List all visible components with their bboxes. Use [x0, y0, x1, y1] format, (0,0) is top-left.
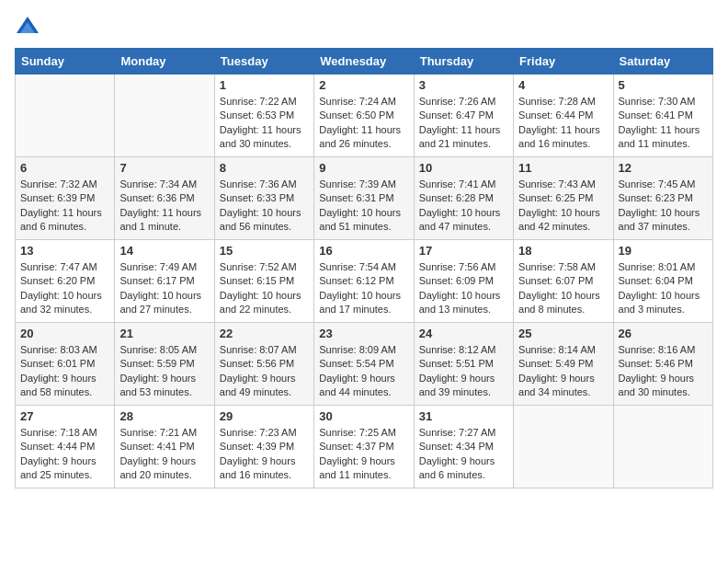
cell-content: Sunrise: 7:24 AM	[319, 95, 408, 109]
calendar-cell: 15Sunrise: 7:52 AMSunset: 6:15 PMDayligh…	[214, 240, 313, 323]
cell-content: Daylight: 9 hours and 20 minutes.	[119, 454, 209, 483]
day-number: 28	[119, 409, 209, 423]
calendar-cell: 16Sunrise: 7:54 AMSunset: 6:12 PMDayligh…	[314, 240, 414, 323]
day-number: 1	[220, 78, 309, 92]
calendar-cell: 24Sunrise: 8:12 AMSunset: 5:51 PMDayligh…	[414, 323, 513, 406]
calendar-cell: 23Sunrise: 8:09 AMSunset: 5:54 PMDayligh…	[314, 323, 414, 406]
calendar-cell: 11Sunrise: 7:43 AMSunset: 6:25 PMDayligh…	[514, 157, 613, 240]
cell-content: Sunrise: 7:45 AM	[619, 178, 708, 191]
calendar-table: SundayMondayTuesdayWednesdayThursdayFrid…	[15, 48, 713, 488]
cell-content: Sunrise: 7:18 AM	[20, 426, 109, 440]
cell-content: Sunset: 4:37 PM	[319, 440, 408, 454]
cell-content: Daylight: 10 hours and 17 minutes.	[319, 289, 408, 317]
calendar-cell: 7Sunrise: 7:34 AMSunset: 6:36 PMDaylight…	[115, 157, 214, 240]
cell-content: Sunrise: 7:52 AM	[220, 260, 309, 274]
cell-content: Daylight: 10 hours and 47 minutes.	[419, 206, 508, 235]
cell-content: Sunrise: 7:47 AM	[20, 260, 109, 274]
cell-content: Daylight: 9 hours and 34 minutes.	[518, 372, 608, 400]
cell-content: Sunrise: 8:07 AM	[220, 343, 309, 357]
week-row-1: 1Sunrise: 7:22 AMSunset: 6:53 PMDaylight…	[16, 75, 713, 157]
cell-content: Sunset: 6:33 PM	[220, 191, 309, 205]
day-number: 17	[419, 244, 508, 258]
cell-content: Sunrise: 7:34 AM	[119, 178, 209, 191]
day-number: 10	[419, 161, 508, 175]
day-number: 27	[20, 409, 109, 423]
day-number: 29	[220, 409, 309, 423]
week-row-5: 27Sunrise: 7:18 AMSunset: 4:44 PMDayligh…	[16, 406, 713, 488]
cell-content: Sunset: 6:53 PM	[220, 109, 309, 122]
calendar-cell: 17Sunrise: 7:56 AMSunset: 6:09 PMDayligh…	[414, 240, 513, 323]
cell-content: Sunset: 6:36 PM	[119, 191, 209, 205]
cell-content: Daylight: 10 hours and 8 minutes.	[518, 289, 608, 317]
day-number: 11	[518, 161, 608, 175]
cell-content: Sunset: 6:31 PM	[319, 191, 408, 205]
cell-content: Sunrise: 8:09 AM	[319, 343, 408, 357]
cell-content: Sunset: 6:23 PM	[619, 191, 708, 205]
cell-content: Daylight: 9 hours and 25 minutes.	[20, 454, 109, 483]
cell-content: Sunset: 6:01 PM	[20, 357, 109, 371]
cell-content: Sunset: 6:28 PM	[419, 191, 508, 205]
calendar-cell	[613, 406, 712, 488]
cell-content: Sunset: 4:41 PM	[119, 440, 209, 454]
cell-content: Daylight: 10 hours and 51 minutes.	[319, 206, 408, 235]
calendar-cell: 10Sunrise: 7:41 AMSunset: 6:28 PMDayligh…	[414, 157, 513, 240]
calendar-cell: 19Sunrise: 8:01 AMSunset: 6:04 PMDayligh…	[613, 240, 712, 323]
cell-content: Sunrise: 8:05 AM	[119, 343, 209, 357]
day-number: 4	[518, 78, 608, 92]
calendar-cell	[514, 406, 613, 488]
cell-content: Sunset: 6:41 PM	[619, 109, 708, 122]
cell-content: Sunrise: 7:41 AM	[419, 178, 508, 191]
cell-content: Sunrise: 7:36 AM	[220, 178, 309, 191]
cell-content: Sunrise: 7:32 AM	[20, 178, 109, 191]
cell-content: Daylight: 10 hours and 56 minutes.	[220, 206, 309, 235]
calendar-cell: 4Sunrise: 7:28 AMSunset: 6:44 PMDaylight…	[514, 75, 613, 157]
day-number: 9	[319, 161, 408, 175]
day-number: 31	[419, 409, 508, 423]
calendar-cell: 25Sunrise: 8:14 AMSunset: 5:49 PMDayligh…	[514, 323, 613, 406]
cell-content: Sunset: 4:44 PM	[20, 440, 109, 454]
week-row-4: 20Sunrise: 8:03 AMSunset: 6:01 PMDayligh…	[16, 323, 713, 406]
day-number: 24	[419, 327, 508, 340]
day-number: 18	[518, 244, 608, 258]
cell-content: Daylight: 9 hours and 49 minutes.	[220, 372, 309, 400]
cell-content: Daylight: 9 hours and 30 minutes.	[619, 372, 708, 400]
calendar-cell: 29Sunrise: 7:23 AMSunset: 4:39 PMDayligh…	[214, 406, 313, 488]
header-day-thursday: Thursday	[414, 49, 513, 75]
cell-content: Sunrise: 7:39 AM	[319, 178, 408, 191]
cell-content: Sunset: 5:59 PM	[119, 357, 209, 371]
calendar-cell: 2Sunrise: 7:24 AMSunset: 6:50 PMDaylight…	[314, 75, 414, 157]
header-row: SundayMondayTuesdayWednesdayThursdayFrid…	[16, 49, 713, 75]
header-day-friday: Friday	[514, 49, 613, 75]
day-number: 14	[119, 244, 209, 258]
cell-content: Daylight: 9 hours and 39 minutes.	[419, 372, 508, 400]
calendar-cell: 6Sunrise: 7:32 AMSunset: 6:39 PMDaylight…	[16, 157, 115, 240]
cell-content: Sunset: 6:07 PM	[518, 274, 608, 288]
calendar-cell: 31Sunrise: 7:27 AMSunset: 4:34 PMDayligh…	[414, 406, 513, 488]
cell-content: Sunrise: 7:54 AM	[319, 260, 408, 274]
cell-content: Sunset: 6:44 PM	[518, 109, 608, 122]
header-day-tuesday: Tuesday	[214, 49, 313, 75]
cell-content: Sunset: 6:47 PM	[419, 109, 508, 122]
cell-content: Daylight: 9 hours and 6 minutes.	[419, 454, 508, 483]
cell-content: Sunset: 6:15 PM	[220, 274, 309, 288]
cell-content: Daylight: 11 hours and 30 minutes.	[220, 123, 309, 152]
cell-content: Daylight: 10 hours and 42 minutes.	[518, 206, 608, 235]
cell-content: Sunset: 5:56 PM	[220, 357, 309, 371]
calendar-cell: 18Sunrise: 7:58 AMSunset: 6:07 PMDayligh…	[514, 240, 613, 323]
cell-content: Sunrise: 7:49 AM	[119, 260, 209, 274]
day-number: 30	[319, 409, 408, 423]
calendar-cell: 5Sunrise: 7:30 AMSunset: 6:41 PMDaylight…	[613, 75, 712, 157]
day-number: 13	[20, 244, 109, 258]
cell-content: Sunrise: 7:58 AM	[518, 260, 608, 274]
cell-content: Daylight: 10 hours and 22 minutes.	[220, 289, 309, 317]
calendar-cell	[115, 75, 214, 157]
header-day-sunday: Sunday	[16, 49, 115, 75]
cell-content: Sunrise: 8:01 AM	[619, 260, 708, 274]
cell-content: Daylight: 10 hours and 32 minutes.	[20, 289, 109, 317]
calendar-cell: 13Sunrise: 7:47 AMSunset: 6:20 PMDayligh…	[16, 240, 115, 323]
cell-content: Sunrise: 7:23 AM	[220, 426, 309, 440]
day-number: 23	[319, 327, 408, 340]
day-number: 15	[220, 244, 309, 258]
cell-content: Sunrise: 7:30 AM	[619, 95, 708, 109]
cell-content: Sunset: 6:39 PM	[20, 191, 109, 205]
